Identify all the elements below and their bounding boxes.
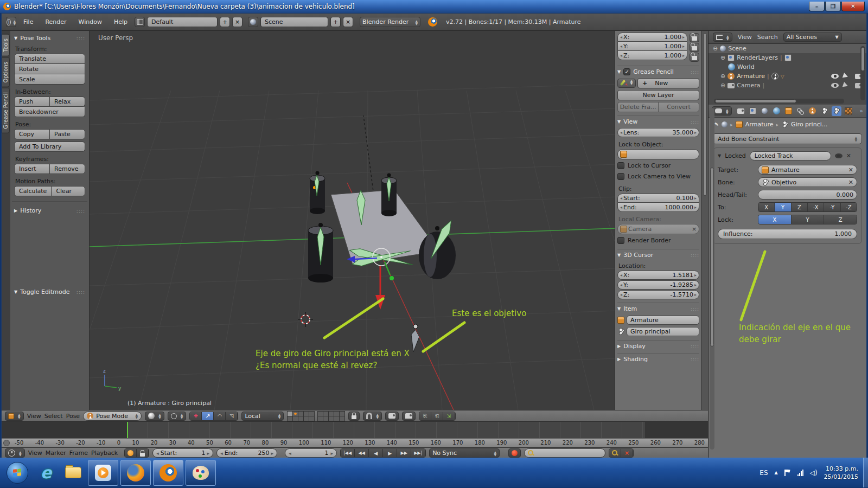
to-negx-button[interactable]: -X (808, 203, 824, 211)
local-camera-field[interactable]: Camera× (617, 224, 699, 234)
lens-field[interactable]: ◂Lens:35.000▸ (617, 128, 699, 137)
scale-z-field[interactable]: ◂Z:1.000▸ (617, 51, 687, 60)
scale-y-field[interactable]: ◂Y:1.000▸ (617, 42, 687, 51)
item-object-field[interactable]: Armature (627, 316, 699, 325)
to-z-button[interactable]: Z (792, 203, 808, 211)
tab-bone[interactable] (820, 106, 829, 116)
prev-keyframe-button[interactable]: ◀◀ (355, 449, 369, 457)
timeline-editor-select[interactable]: ▲▼ (5, 448, 25, 458)
clock[interactable]: 10:33 p.m. 25/01/2015 (824, 465, 858, 481)
cursor-y-field[interactable]: ◂Y:-1.9285▸ (617, 280, 699, 290)
outliner-hscrollbar[interactable] (714, 99, 844, 104)
properties-editor-select[interactable]: ▲▼ (712, 106, 732, 115)
render-engine-select[interactable]: Blender Render▲▼ (360, 17, 420, 27)
lock-to-scene-toggle[interactable] (348, 412, 360, 421)
item-bone-field[interactable]: Giro principal (627, 327, 699, 336)
menu-select[interactable]: Select (44, 413, 63, 420)
opengl-anim-button[interactable] (402, 412, 416, 421)
language-indicator[interactable]: ES (760, 469, 768, 477)
cursor-x-field[interactable]: ◂X:1.5181▸ (617, 271, 699, 280)
scene-field[interactable]: Scene (260, 17, 328, 27)
outliner-row-scene[interactable]: ⊖Scene (709, 44, 866, 53)
lock-x-toggle[interactable] (690, 33, 699, 42)
grease-pencil-panel-header[interactable]: ▼✓Grease Pencil:::: (617, 66, 699, 75)
rotate-manipulator-button[interactable]: ◠ (214, 412, 226, 420)
lock-y-button[interactable]: Y (792, 215, 825, 224)
outliner-row-armature[interactable]: ⊕Armature| ▽ (709, 72, 866, 81)
tab-armature-data[interactable] (808, 106, 818, 116)
frame-end-field[interactable]: ◂End:250▸ (216, 448, 277, 458)
relax-button[interactable]: Relax (49, 97, 85, 107)
lock-y-toggle[interactable] (690, 43, 699, 52)
outliner-row-camera[interactable]: ⊕Camera| (709, 81, 866, 90)
add-layout-button[interactable]: + (220, 17, 230, 27)
constraint-name-field[interactable]: Locked Track (750, 151, 831, 160)
scale-manipulator-button[interactable]: ◹ (226, 412, 238, 420)
delete-constraint-icon[interactable]: ✕ (846, 152, 851, 159)
lock-to-cursor-checkbox[interactable] (617, 162, 624, 169)
bone-field[interactable]: Objetivo✕ (758, 177, 857, 187)
timeline-region[interactable]: -50-40-30-20-100102030405060708090100110… (2, 421, 708, 447)
influence-slider[interactable]: Influence:1.000 (718, 229, 857, 239)
insert-keyframe-icon-button[interactable] (609, 449, 621, 457)
show-desktop-button[interactable] (863, 458, 868, 487)
viewport-shading-select[interactable]: ▲▼ (145, 412, 164, 421)
add-to-library-button[interactable]: Add To Library (14, 142, 85, 152)
paste-flipped-icon-button[interactable]: ⇲ (443, 412, 455, 420)
history-panel-header[interactable]: ▶History:::: (14, 207, 85, 214)
play-button[interactable]: ▶ (383, 449, 397, 457)
corner-resize-icon[interactable]: » (859, 107, 863, 114)
to-negy-button[interactable]: -Y (824, 203, 840, 211)
display-panel-header[interactable]: ▶Display:::: (617, 340, 699, 350)
tab-render[interactable] (736, 106, 746, 116)
visibility-eye-icon[interactable] (831, 74, 839, 79)
mode-select[interactable]: Pose Mode▲▼ (83, 412, 142, 421)
clear-icon[interactable]: ✕ (848, 166, 853, 174)
delete-scene-button[interactable]: × (343, 17, 353, 27)
menu-out-view[interactable]: View (738, 34, 752, 41)
convert-button[interactable]: Convert (658, 102, 699, 112)
orientation-select[interactable]: Local▲▼ (241, 412, 284, 421)
maximize-button[interactable]: ❐ (825, 2, 841, 11)
scene-icon-button[interactable] (248, 17, 258, 27)
next-keyframe-button[interactable]: ▶▶ (397, 449, 411, 457)
menu-tl-view[interactable]: View (28, 450, 42, 457)
jump-to-end-button[interactable]: ▶▶| (411, 449, 425, 457)
outliner-row-world[interactable]: World (709, 62, 866, 72)
pose-tools-panel-header[interactable]: ▼Pose Tools:::: (14, 35, 85, 42)
menu-window[interactable]: Window (74, 18, 107, 25)
taskbar-firefox[interactable] (120, 460, 151, 486)
render-border-checkbox[interactable] (617, 237, 624, 244)
item-panel-header[interactable]: ▼Item:::: (617, 303, 699, 312)
new-layer-button[interactable]: New Layer (617, 90, 699, 100)
outliner-row-renderlayers[interactable]: ⊕RenderLayers| (709, 53, 866, 62)
viewport-3d[interactable]: z y User Persp (1) Armature : Giro princ… (90, 31, 615, 410)
tab-object[interactable] (784, 106, 794, 116)
menu-pose[interactable]: Pose (66, 413, 80, 420)
opengl-render-button[interactable] (385, 412, 399, 421)
lock-camera-checkbox[interactable] (617, 173, 624, 180)
hidden-icons-chevron[interactable]: ▲ (775, 470, 778, 475)
menu-tl-marker[interactable]: Marker (46, 450, 66, 457)
tab-render-layers[interactable] (748, 106, 758, 116)
push-button[interactable]: Push (14, 97, 49, 107)
editor-type-select[interactable]: ▲▼ (5, 412, 24, 421)
selectability-icon[interactable] (843, 72, 852, 80)
start-button[interactable] (7, 462, 28, 484)
taskbar-explorer[interactable] (61, 460, 86, 485)
lock-x-button[interactable]: X (758, 215, 792, 224)
to-negz-button[interactable]: -Z (841, 203, 857, 211)
taskbar-paint[interactable] (186, 460, 216, 486)
clip-start-field[interactable]: ◂Start:0.100▸ (617, 194, 699, 203)
taskbar-media-player[interactable] (88, 460, 118, 486)
current-frame-field[interactable]: ◂1▸ (285, 448, 337, 458)
view-panel-header[interactable]: ▼View:::: (617, 115, 699, 125)
delete-keyframe-icon-button[interactable]: × (621, 449, 633, 457)
objetivo-bone[interactable] (411, 324, 419, 352)
shading-panel-header[interactable]: ▶Shading:::: (617, 353, 699, 363)
add-scene-button[interactable]: + (330, 17, 341, 27)
current-frame-playhead[interactable] (127, 422, 128, 439)
delete-layout-button[interactable]: × (232, 17, 242, 27)
menu-file[interactable]: File (18, 18, 38, 25)
outliner-editor-select[interactable]: ▲▼ (713, 33, 732, 42)
